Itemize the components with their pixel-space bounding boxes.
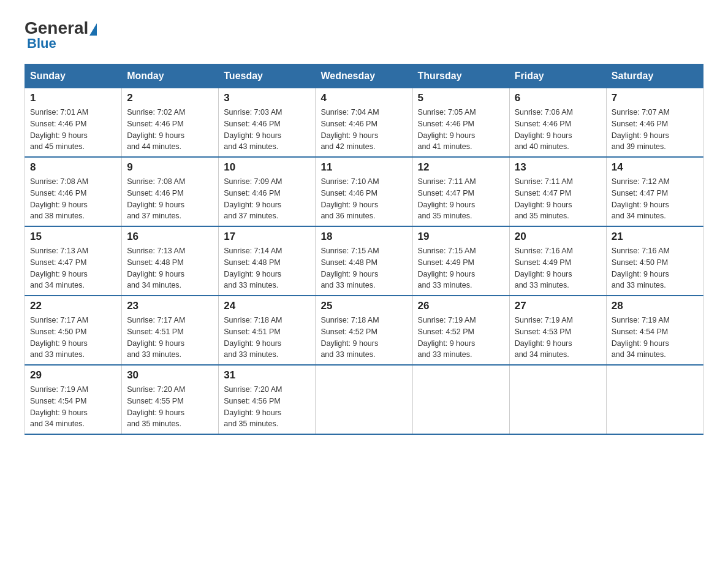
table-row: 23 Sunrise: 7:17 AM Sunset: 4:51 PM Dayl… [122,296,219,365]
day-info: Sunrise: 7:10 AM Sunset: 4:46 PM Dayligh… [320,176,407,222]
day-info: Sunrise: 7:18 AM Sunset: 4:51 PM Dayligh… [224,315,310,361]
day-number: 1 [30,92,116,104]
day-info: Sunrise: 7:13 AM Sunset: 4:48 PM Dayligh… [127,245,213,291]
day-info: Sunrise: 7:17 AM Sunset: 4:51 PM Dayligh… [127,315,213,361]
day-number: 3 [224,92,310,104]
calendar-week-row: 8 Sunrise: 7:08 AM Sunset: 4:46 PM Dayli… [25,157,703,226]
day-info: Sunrise: 7:13 AM Sunset: 4:47 PM Dayligh… [30,245,116,291]
day-number: 31 [224,369,310,381]
table-row: 1 Sunrise: 7:01 AM Sunset: 4:46 PM Dayli… [25,88,122,158]
day-info: Sunrise: 7:07 AM Sunset: 4:46 PM Dayligh… [612,107,698,153]
day-number: 18 [320,231,407,243]
day-info: Sunrise: 7:04 AM Sunset: 4:46 PM Dayligh… [320,107,407,153]
day-number: 12 [418,161,504,174]
table-row [316,365,412,434]
day-number: 2 [127,92,213,104]
day-number: 22 [30,300,116,312]
day-number: 6 [515,92,601,104]
day-number: 29 [30,369,116,381]
day-number: 17 [224,231,310,243]
day-number: 25 [320,300,407,312]
day-number: 16 [127,231,213,243]
table-row: 19 Sunrise: 7:15 AM Sunset: 4:49 PM Dayl… [412,226,509,296]
day-number: 19 [418,231,504,243]
day-info: Sunrise: 7:09 AM Sunset: 4:46 PM Dayligh… [224,176,310,222]
table-row: 30 Sunrise: 7:20 AM Sunset: 4:55 PM Dayl… [122,365,219,434]
day-number: 4 [320,92,407,104]
day-number: 13 [515,161,601,174]
calendar-table: Sunday Monday Tuesday Wednesday Thursday… [25,64,703,435]
table-row: 28 Sunrise: 7:19 AM Sunset: 4:54 PM Dayl… [606,296,703,365]
table-row: 15 Sunrise: 7:13 AM Sunset: 4:47 PM Dayl… [25,226,122,296]
table-row: 29 Sunrise: 7:19 AM Sunset: 4:54 PM Dayl… [25,365,122,434]
table-row [412,365,509,434]
table-row: 22 Sunrise: 7:17 AM Sunset: 4:50 PM Dayl… [25,296,122,365]
day-info: Sunrise: 7:19 AM Sunset: 4:52 PM Dayligh… [418,315,504,361]
day-number: 26 [418,300,504,312]
table-row: 17 Sunrise: 7:14 AM Sunset: 4:48 PM Dayl… [219,226,316,296]
day-info: Sunrise: 7:03 AM Sunset: 4:46 PM Dayligh… [224,107,310,153]
day-info: Sunrise: 7:20 AM Sunset: 4:55 PM Dayligh… [127,384,213,430]
day-info: Sunrise: 7:15 AM Sunset: 4:48 PM Dayligh… [320,245,407,291]
header-wednesday: Wednesday [316,64,412,88]
table-row: 14 Sunrise: 7:12 AM Sunset: 4:47 PM Dayl… [606,157,703,226]
day-info: Sunrise: 7:11 AM Sunset: 4:47 PM Dayligh… [418,176,504,222]
table-row: 6 Sunrise: 7:06 AM Sunset: 4:46 PM Dayli… [509,88,606,158]
table-row: 24 Sunrise: 7:18 AM Sunset: 4:51 PM Dayl… [219,296,316,365]
header-monday: Monday [122,64,219,88]
day-info: Sunrise: 7:08 AM Sunset: 4:46 PM Dayligh… [30,176,116,222]
header-friday: Friday [509,64,606,88]
day-info: Sunrise: 7:16 AM Sunset: 4:50 PM Dayligh… [612,245,698,291]
table-row: 20 Sunrise: 7:16 AM Sunset: 4:49 PM Dayl… [509,226,606,296]
day-info: Sunrise: 7:01 AM Sunset: 4:46 PM Dayligh… [30,107,116,153]
day-info: Sunrise: 7:06 AM Sunset: 4:46 PM Dayligh… [515,107,601,153]
header-sunday: Sunday [25,64,122,88]
day-number: 23 [127,300,213,312]
table-row: 10 Sunrise: 7:09 AM Sunset: 4:46 PM Dayl… [219,157,316,226]
table-row: 16 Sunrise: 7:13 AM Sunset: 4:48 PM Dayl… [122,226,219,296]
day-info: Sunrise: 7:19 AM Sunset: 4:54 PM Dayligh… [30,384,116,430]
day-number: 8 [30,161,116,174]
calendar-week-row: 1 Sunrise: 7:01 AM Sunset: 4:46 PM Dayli… [25,88,703,158]
day-info: Sunrise: 7:17 AM Sunset: 4:50 PM Dayligh… [30,315,116,361]
table-row: 11 Sunrise: 7:10 AM Sunset: 4:46 PM Dayl… [316,157,412,226]
table-row: 5 Sunrise: 7:05 AM Sunset: 4:46 PM Dayli… [412,88,509,158]
table-row [509,365,606,434]
day-info: Sunrise: 7:16 AM Sunset: 4:49 PM Dayligh… [515,245,601,291]
day-info: Sunrise: 7:12 AM Sunset: 4:47 PM Dayligh… [612,176,698,222]
table-row: 4 Sunrise: 7:04 AM Sunset: 4:46 PM Dayli… [316,88,412,158]
day-number: 9 [127,161,213,174]
logo: General Blue [25,18,97,52]
day-info: Sunrise: 7:02 AM Sunset: 4:46 PM Dayligh… [127,107,213,153]
table-row: 12 Sunrise: 7:11 AM Sunset: 4:47 PM Dayl… [412,157,509,226]
day-number: 28 [612,300,698,312]
calendar-week-row: 22 Sunrise: 7:17 AM Sunset: 4:50 PM Dayl… [25,296,703,365]
table-row: 9 Sunrise: 7:08 AM Sunset: 4:46 PM Dayli… [122,157,219,226]
logo-triangle-icon [89,23,97,36]
table-row: 25 Sunrise: 7:18 AM Sunset: 4:52 PM Dayl… [316,296,412,365]
day-number: 7 [612,92,698,104]
day-number: 10 [224,161,310,174]
table-row: 2 Sunrise: 7:02 AM Sunset: 4:46 PM Dayli… [122,88,219,158]
table-row: 26 Sunrise: 7:19 AM Sunset: 4:52 PM Dayl… [412,296,509,365]
day-info: Sunrise: 7:18 AM Sunset: 4:52 PM Dayligh… [320,315,407,361]
day-info: Sunrise: 7:20 AM Sunset: 4:56 PM Dayligh… [224,384,310,430]
day-number: 20 [515,231,601,243]
table-row: 18 Sunrise: 7:15 AM Sunset: 4:48 PM Dayl… [316,226,412,296]
day-number: 15 [30,231,116,243]
table-row: 7 Sunrise: 7:07 AM Sunset: 4:46 PM Dayli… [606,88,703,158]
header-thursday: Thursday [412,64,509,88]
day-number: 27 [515,300,601,312]
day-info: Sunrise: 7:11 AM Sunset: 4:47 PM Dayligh… [515,176,601,222]
day-info: Sunrise: 7:15 AM Sunset: 4:49 PM Dayligh… [418,245,504,291]
day-number: 14 [612,161,698,174]
table-row: 31 Sunrise: 7:20 AM Sunset: 4:56 PM Dayl… [219,365,316,434]
day-info: Sunrise: 7:05 AM Sunset: 4:46 PM Dayligh… [418,107,504,153]
table-row: 21 Sunrise: 7:16 AM Sunset: 4:50 PM Dayl… [606,226,703,296]
day-info: Sunrise: 7:19 AM Sunset: 4:53 PM Dayligh… [515,315,601,361]
day-number: 21 [612,231,698,243]
day-number: 30 [127,369,213,381]
table-row: 8 Sunrise: 7:08 AM Sunset: 4:46 PM Dayli… [25,157,122,226]
calendar-week-row: 15 Sunrise: 7:13 AM Sunset: 4:47 PM Dayl… [25,226,703,296]
day-info: Sunrise: 7:19 AM Sunset: 4:54 PM Dayligh… [612,315,698,361]
